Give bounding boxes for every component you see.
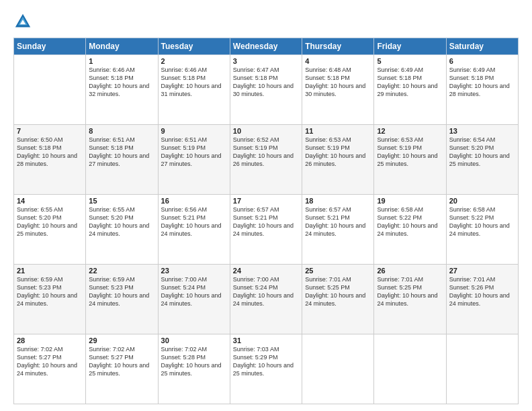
day-cell: 22Sunrise: 6:59 AM Sunset: 5:23 PM Dayli…	[86, 265, 158, 334]
day-number: 31	[233, 336, 299, 345]
day-info: Sunrise: 6:47 AM Sunset: 5:18 PM Dayligh…	[233, 66, 299, 99]
day-info: Sunrise: 6:50 AM Sunset: 5:18 PM Dayligh…	[17, 136, 83, 169]
weekday-header-friday: Friday	[374, 38, 446, 55]
day-info: Sunrise: 6:53 AM Sunset: 5:19 PM Dayligh…	[377, 136, 443, 169]
day-cell: 9Sunrise: 6:51 AM Sunset: 5:19 PM Daylig…	[158, 125, 230, 195]
day-number: 29	[89, 336, 154, 345]
day-number: 8	[89, 127, 154, 135]
day-number: 3	[233, 57, 299, 65]
day-cell	[446, 334, 518, 404]
week-row-2: 7Sunrise: 6:50 AM Sunset: 5:18 PM Daylig…	[14, 125, 519, 195]
day-info: Sunrise: 7:00 AM Sunset: 5:24 PM Dayligh…	[233, 275, 299, 308]
day-cell: 3Sunrise: 6:47 AM Sunset: 5:18 PM Daylig…	[230, 55, 302, 125]
weekday-header-row: SundayMondayTuesdayWednesdayThursdayFrid…	[14, 38, 519, 55]
week-row-5: 28Sunrise: 7:02 AM Sunset: 5:27 PM Dayli…	[14, 334, 519, 404]
day-number: 4	[305, 57, 371, 65]
day-number: 21	[17, 267, 83, 275]
day-cell: 8Sunrise: 6:51 AM Sunset: 5:18 PM Daylig…	[86, 125, 158, 195]
weekday-header-sunday: Sunday	[14, 38, 86, 55]
day-info: Sunrise: 6:46 AM Sunset: 5:18 PM Dayligh…	[89, 66, 154, 99]
day-number: 7	[17, 127, 83, 135]
day-number: 18	[305, 197, 371, 205]
day-cell: 18Sunrise: 6:57 AM Sunset: 5:21 PM Dayli…	[302, 195, 374, 265]
logo-icon	[13, 12, 32, 31]
day-number: 23	[161, 267, 227, 275]
day-number: 30	[161, 336, 227, 345]
day-cell: 14Sunrise: 6:55 AM Sunset: 5:20 PM Dayli…	[14, 195, 86, 265]
day-cell: 16Sunrise: 6:56 AM Sunset: 5:21 PM Dayli…	[158, 195, 230, 265]
day-cell: 21Sunrise: 6:59 AM Sunset: 5:23 PM Dayli…	[14, 265, 86, 334]
weekday-header-tuesday: Tuesday	[158, 38, 230, 55]
day-number: 14	[17, 197, 83, 205]
day-number: 9	[161, 127, 227, 135]
week-row-3: 14Sunrise: 6:55 AM Sunset: 5:20 PM Dayli…	[14, 195, 519, 265]
day-cell: 7Sunrise: 6:50 AM Sunset: 5:18 PM Daylig…	[14, 125, 86, 195]
day-cell: 25Sunrise: 7:01 AM Sunset: 5:25 PM Dayli…	[302, 265, 374, 334]
day-cell: 12Sunrise: 6:53 AM Sunset: 5:19 PM Dayli…	[374, 125, 446, 195]
day-cell: 20Sunrise: 6:58 AM Sunset: 5:22 PM Dayli…	[446, 195, 518, 265]
day-number: 6	[449, 57, 515, 65]
day-info: Sunrise: 6:55 AM Sunset: 5:20 PM Dayligh…	[17, 205, 83, 238]
day-cell: 30Sunrise: 7:02 AM Sunset: 5:28 PM Dayli…	[158, 334, 230, 404]
day-info: Sunrise: 7:01 AM Sunset: 5:25 PM Dayligh…	[377, 275, 443, 308]
day-number: 28	[17, 336, 83, 345]
day-cell: 29Sunrise: 7:02 AM Sunset: 5:27 PM Dayli…	[86, 334, 158, 404]
day-info: Sunrise: 7:02 AM Sunset: 5:28 PM Dayligh…	[161, 345, 227, 378]
day-info: Sunrise: 7:02 AM Sunset: 5:27 PM Dayligh…	[89, 345, 154, 378]
day-info: Sunrise: 6:57 AM Sunset: 5:21 PM Dayligh…	[233, 205, 299, 238]
day-info: Sunrise: 7:03 AM Sunset: 5:29 PM Dayligh…	[233, 345, 299, 378]
day-info: Sunrise: 6:49 AM Sunset: 5:18 PM Dayligh…	[377, 66, 443, 99]
day-cell: 19Sunrise: 6:58 AM Sunset: 5:22 PM Dayli…	[374, 195, 446, 265]
day-info: Sunrise: 6:56 AM Sunset: 5:21 PM Dayligh…	[161, 205, 227, 238]
day-info: Sunrise: 7:01 AM Sunset: 5:25 PM Dayligh…	[305, 275, 371, 308]
day-cell: 4Sunrise: 6:48 AM Sunset: 5:18 PM Daylig…	[302, 55, 374, 125]
weekday-header-saturday: Saturday	[446, 38, 518, 55]
week-row-4: 21Sunrise: 6:59 AM Sunset: 5:23 PM Dayli…	[14, 265, 519, 334]
weekday-header-wednesday: Wednesday	[230, 38, 302, 55]
day-cell: 23Sunrise: 7:00 AM Sunset: 5:24 PM Dayli…	[158, 265, 230, 334]
day-cell: 31Sunrise: 7:03 AM Sunset: 5:29 PM Dayli…	[230, 334, 302, 404]
day-number: 5	[377, 57, 443, 65]
day-cell: 13Sunrise: 6:54 AM Sunset: 5:20 PM Dayli…	[446, 125, 518, 195]
day-cell: 17Sunrise: 6:57 AM Sunset: 5:21 PM Dayli…	[230, 195, 302, 265]
day-number: 26	[377, 267, 443, 275]
day-number: 17	[233, 197, 299, 205]
day-info: Sunrise: 6:59 AM Sunset: 5:23 PM Dayligh…	[17, 275, 83, 308]
day-cell: 10Sunrise: 6:52 AM Sunset: 5:19 PM Dayli…	[230, 125, 302, 195]
day-cell: 11Sunrise: 6:53 AM Sunset: 5:19 PM Dayli…	[302, 125, 374, 195]
day-info: Sunrise: 6:53 AM Sunset: 5:19 PM Dayligh…	[305, 136, 371, 169]
day-info: Sunrise: 6:46 AM Sunset: 5:18 PM Dayligh…	[161, 66, 227, 99]
day-info: Sunrise: 6:54 AM Sunset: 5:20 PM Dayligh…	[449, 136, 515, 169]
day-info: Sunrise: 6:57 AM Sunset: 5:21 PM Dayligh…	[305, 205, 371, 238]
day-number: 13	[449, 127, 515, 135]
day-cell	[14, 55, 86, 125]
day-number: 19	[377, 197, 443, 205]
day-info: Sunrise: 7:00 AM Sunset: 5:24 PM Dayligh…	[161, 275, 227, 308]
day-number: 22	[89, 267, 154, 275]
day-cell: 28Sunrise: 7:02 AM Sunset: 5:27 PM Dayli…	[14, 334, 86, 404]
day-number: 16	[161, 197, 227, 205]
day-number: 2	[161, 57, 227, 65]
day-cell: 1Sunrise: 6:46 AM Sunset: 5:18 PM Daylig…	[86, 55, 158, 125]
week-row-1: 1Sunrise: 6:46 AM Sunset: 5:18 PM Daylig…	[14, 55, 519, 125]
calendar-table: SundayMondayTuesdayWednesdayThursdayFrid…	[13, 38, 519, 404]
day-info: Sunrise: 6:58 AM Sunset: 5:22 PM Dayligh…	[377, 205, 443, 238]
day-number: 25	[305, 267, 371, 275]
weekday-header-monday: Monday	[86, 38, 158, 55]
day-cell: 27Sunrise: 7:01 AM Sunset: 5:26 PM Dayli…	[446, 265, 518, 334]
day-info: Sunrise: 6:51 AM Sunset: 5:18 PM Dayligh…	[89, 136, 154, 169]
day-number: 10	[233, 127, 299, 135]
page: SundayMondayTuesdayWednesdayThursdayFrid…	[0, 0, 532, 411]
day-cell	[302, 334, 374, 404]
day-info: Sunrise: 6:52 AM Sunset: 5:19 PM Dayligh…	[233, 136, 299, 169]
day-number: 12	[377, 127, 443, 135]
day-cell: 6Sunrise: 6:49 AM Sunset: 5:18 PM Daylig…	[446, 55, 518, 125]
day-info: Sunrise: 7:01 AM Sunset: 5:26 PM Dayligh…	[449, 275, 515, 308]
logo	[13, 12, 35, 31]
day-info: Sunrise: 6:48 AM Sunset: 5:18 PM Dayligh…	[305, 66, 371, 99]
day-info: Sunrise: 7:02 AM Sunset: 5:27 PM Dayligh…	[17, 345, 83, 378]
day-cell: 24Sunrise: 7:00 AM Sunset: 5:24 PM Dayli…	[230, 265, 302, 334]
day-number: 27	[449, 267, 515, 275]
day-info: Sunrise: 6:59 AM Sunset: 5:23 PM Dayligh…	[89, 275, 154, 308]
day-number: 11	[305, 127, 371, 135]
